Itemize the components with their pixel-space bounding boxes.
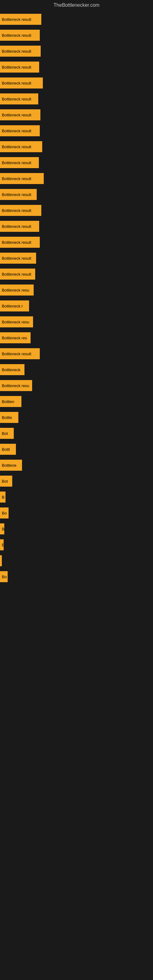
bar-label: Bottleneck r	[2, 304, 23, 309]
bar-fill: Bottleneck resu	[0, 380, 32, 391]
bar-label: Bottl	[2, 447, 10, 452]
bar-fill: B	[0, 539, 4, 550]
bar-label: Bottleneck result	[2, 272, 31, 277]
list-item: B	[0, 490, 153, 504]
list-item: Bottleneck result	[0, 124, 153, 138]
list-item: Bottleneck result	[0, 44, 153, 58]
list-item: B	[0, 538, 153, 552]
bar-label: Bottleneck result	[2, 17, 31, 22]
bar-fill: Bottleneck result	[0, 78, 43, 89]
bar-fill: Bottleneck result	[0, 269, 35, 280]
bar-label: Bot	[2, 431, 8, 436]
bar-label: Bottleneck result	[2, 145, 31, 149]
bar-fill: Bottleneck res	[0, 332, 30, 343]
bar-label: Bo	[2, 511, 7, 515]
list-item: Bottleneck result	[0, 92, 153, 106]
list-item: Bot	[0, 426, 153, 441]
list-item: Bottleneck r	[0, 299, 153, 313]
list-item: Bottleneck result	[0, 251, 153, 265]
bar-label: B	[2, 527, 4, 531]
list-item: Bo	[0, 506, 153, 520]
list-item: Bottleneck result	[0, 188, 153, 202]
bar-label: Bottleneck result	[2, 240, 31, 245]
list-item: Bottleneck result	[0, 235, 153, 249]
list-item: Bo	[0, 570, 153, 584]
list-item: Bottleneck result	[0, 204, 153, 218]
list-item: Bottleneck result	[0, 76, 153, 90]
list-item: Bottleneck result	[0, 219, 153, 233]
bar-label: Bottleneck result	[2, 352, 31, 356]
bar-label: Bottleneck result	[2, 65, 31, 70]
bar-fill: Bottleneck result	[0, 189, 37, 200]
list-item: Bottleneck resu	[0, 315, 153, 329]
bar-fill: Bottleneck result	[0, 157, 39, 168]
bar-label: Bottleneck result	[2, 224, 31, 229]
list-item: Bottleneck	[0, 363, 153, 377]
bar-fill: Bo	[0, 571, 8, 582]
bar-label: Bottle	[2, 415, 12, 420]
bar-fill: Bottleneck result	[0, 94, 38, 105]
bar-fill: Bottleneck r	[0, 301, 29, 312]
bar-fill: Bottleneck result	[0, 348, 40, 359]
bar-fill: Bottleneck result	[0, 253, 36, 264]
bar-label: Bottleneck result	[2, 49, 31, 54]
bar-label: Bottleneck	[2, 368, 21, 372]
list-item: Bottleneck result	[0, 347, 153, 361]
bar-fill: Bottleneck result	[0, 173, 44, 184]
bar-label: Bottleneck resu	[2, 320, 29, 324]
list-item: Bottleneck result	[0, 60, 153, 74]
bar-fill: Bottleneck result	[0, 125, 40, 136]
bar-fill: Bottlene	[0, 460, 22, 471]
bar-label: Bottleneck resu	[2, 383, 29, 388]
bar-label: Bottleneck result	[2, 129, 31, 133]
bar-label: Bo	[2, 574, 7, 579]
bar-fill: Bottleneck result	[0, 46, 41, 57]
list-item: Bottleneck res	[0, 331, 153, 345]
list-item: Bottleneck resu	[0, 283, 153, 297]
bars-container: Bottleneck resultBottleneck resultBottle…	[0, 12, 153, 584]
bar-fill: Bottleneck resu	[0, 285, 33, 296]
bar-fill: Bottl	[0, 444, 16, 455]
bar-label: B	[2, 542, 4, 547]
list-item: B	[0, 522, 153, 536]
bar-fill: Bottleneck result	[0, 14, 41, 25]
bar-fill: Bottleneck result	[0, 109, 40, 120]
bar-fill: Bot	[0, 428, 14, 439]
bar-fill: B	[0, 523, 4, 535]
list-item: Bottleneck result	[0, 140, 153, 154]
list-item: Bottleneck result	[0, 12, 153, 26]
bar-fill: Bottleneck result	[0, 62, 39, 73]
list-item: Bottl	[0, 442, 153, 456]
bar-label: Bottleneck result	[2, 256, 31, 261]
bar-label: Bottlene	[2, 463, 16, 468]
bar-fill: Bottlen	[0, 396, 21, 407]
bar-fill: Bottleneck result	[0, 205, 41, 216]
bar-fill: Bottleneck result	[0, 221, 39, 232]
bar-label: Bottleneck result	[2, 177, 31, 181]
bar-fill: Bottleneck result	[0, 237, 40, 248]
site-title: TheBottlenecker.com	[0, 0, 153, 10]
bar-label: Bottleneck result	[2, 208, 31, 213]
bar-label: Bot	[2, 479, 8, 484]
bar-fill: Bottle	[0, 412, 18, 423]
bar-fill: Bottleneck	[0, 364, 24, 375]
bar-fill: Bottleneck result	[0, 141, 42, 152]
bar-fill	[0, 555, 2, 566]
bar-label: Bottleneck result	[2, 113, 31, 117]
bar-label: Bottleneck result	[2, 33, 31, 38]
bar-label: Bottleneck result	[2, 161, 31, 165]
bar-fill: Bottleneck resu	[0, 317, 33, 328]
bar-fill: Bottleneck result	[0, 30, 40, 41]
list-item: Bottleneck result	[0, 108, 153, 122]
bar-fill: B	[0, 492, 5, 503]
list-item: Bottlen	[0, 395, 153, 409]
bar-label: Bottleneck result	[2, 81, 31, 86]
list-item: Bottleneck result	[0, 28, 153, 42]
list-item: Bottlene	[0, 458, 153, 472]
list-item: Bottleneck result	[0, 172, 153, 186]
bar-fill: Bo	[0, 508, 9, 519]
list-item: Bot	[0, 474, 153, 488]
bar-label: Bottleneck result	[2, 192, 31, 197]
bar-label: Bottleneck res	[2, 336, 27, 340]
list-item: Bottleneck result	[0, 267, 153, 281]
